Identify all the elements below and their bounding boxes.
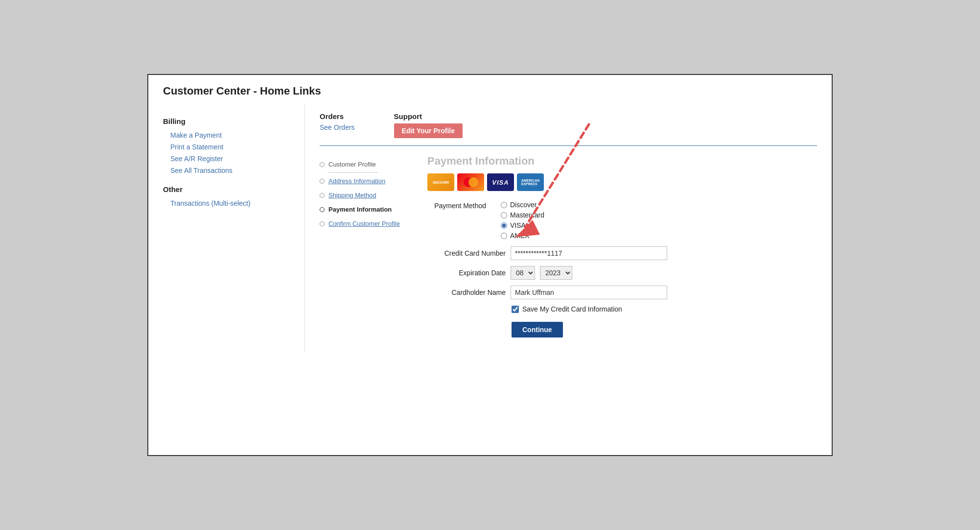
step-label: Customer Profile [328,161,376,168]
expiration-date-row: Expiration Date 08 01 02 03 04 05 06 07 … [427,266,817,280]
payment-radio-group: Discover Mastercard VISA [501,201,544,240]
save-card-label: Save My Credit Card Information [522,305,622,313]
step-address-info: Address Information [320,174,413,188]
make-payment-link[interactable]: Make a Payment [163,129,290,141]
payment-method-label: Payment Method [427,201,486,210]
discover-logo-text: DISCOVER [433,181,449,184]
content-area: Orders See Orders Support Edit Your Prof… [305,105,832,352]
discover-logo: DISCOVER [427,173,454,191]
step-label-active: Payment Information [328,206,392,213]
payment-section-title: Payment Information [427,155,817,168]
cardholder-row: Cardholder Name [427,286,817,299]
visa-logo-text: VISA [492,179,509,186]
step-payment-info: Payment Information [320,202,413,217]
address-info-link[interactable]: Address Information [328,177,385,185]
radio-discover-label: Discover [510,201,537,209]
other-section-title: Other [163,185,290,193]
step-confirm-profile: Confirm Customer Profile [320,217,413,231]
billing-section-title: Billing [163,117,290,125]
payment-method-row: Payment Method Discover Mastercard [427,201,817,240]
radio-amex-label: AMEX [510,232,530,240]
step-bullet [320,193,325,198]
credit-card-input[interactable] [511,246,667,260]
save-card-checkbox[interactable] [512,306,519,313]
radio-mastercard[interactable]: Mastercard [501,211,544,219]
radio-visa-label: VISA [510,221,526,229]
cardholder-label: Cardholder Name [427,289,506,296]
radio-mastercard-input[interactable] [501,212,507,218]
card-logos: DISCOVER VISA AMERICANEXPRESS [427,173,817,191]
main-window: Customer Center - Home Links Billing Mak… [147,74,833,456]
wizard-step-divider [328,172,377,173]
step-bullet [320,179,325,184]
section-divider [320,145,817,146]
print-statement-link[interactable]: Print a Statement [163,141,290,153]
shipping-method-link[interactable]: Shipping Method [328,192,376,199]
expiration-year-select[interactable]: 2023 2024 2025 2026 [540,266,572,280]
wizard-steps: Customer Profile Address Information Shi… [320,155,413,337]
step-shipping-method: Shipping Method [320,188,413,202]
payment-section: Payment Information DISCOVER [427,155,817,337]
step-customer-profile: Customer Profile [320,157,413,171]
orders-title: Orders [320,112,355,120]
credit-card-row: Credit Card Number [427,246,817,260]
svg-point-3 [468,177,478,187]
radio-amex[interactable]: AMEX [501,232,544,240]
visa-logo: VISA [487,173,514,191]
mastercard-logo [457,173,484,191]
confirm-profile-link[interactable]: Confirm Customer Profile [328,220,400,227]
see-all-transactions-link[interactable]: See All Transactions [163,165,290,176]
sidebar: Billing Make a Payment Print a Statement… [148,105,305,352]
radio-visa-input[interactable] [501,222,507,229]
page-title: Customer Center - Home Links [148,75,832,105]
form-area: Customer Profile Address Information Shi… [320,155,817,337]
radio-amex-input[interactable] [501,233,507,239]
radio-discover[interactable]: Discover [501,201,544,209]
radio-discover-input[interactable] [501,202,507,208]
expiration-label: Expiration Date [427,269,506,277]
step-bullet [320,221,325,226]
step-bullet [320,207,325,212]
transactions-multiselect-link[interactable]: Transactions (Multi-select) [163,197,290,209]
edit-profile-button[interactable]: Edit Your Profile [394,123,463,138]
cardholder-input[interactable] [511,286,667,299]
see-orders-link[interactable]: See Orders [320,123,355,131]
amex-logo-text: AMERICANEXPRESS [521,179,540,186]
expiration-month-select[interactable]: 08 01 02 03 04 05 06 07 09 10 11 12 [511,266,535,280]
radio-mastercard-label: Mastercard [510,211,544,219]
continue-button[interactable]: Continue [512,322,563,337]
main-layout: Billing Make a Payment Print a Statement… [148,105,832,352]
support-title: Support [394,112,463,120]
radio-visa[interactable]: VISA [501,221,544,229]
orders-nav-section: Orders See Orders [320,112,355,138]
top-nav: Orders See Orders Support Edit Your Prof… [320,112,817,138]
step-bullet [320,162,325,167]
save-card-row: Save My Credit Card Information [512,305,817,313]
credit-card-label: Credit Card Number [427,249,506,257]
see-ar-register-link[interactable]: See A/R Register [163,153,290,165]
amex-logo: AMERICANEXPRESS [517,173,544,191]
support-nav-section: Support Edit Your Profile [394,112,463,138]
